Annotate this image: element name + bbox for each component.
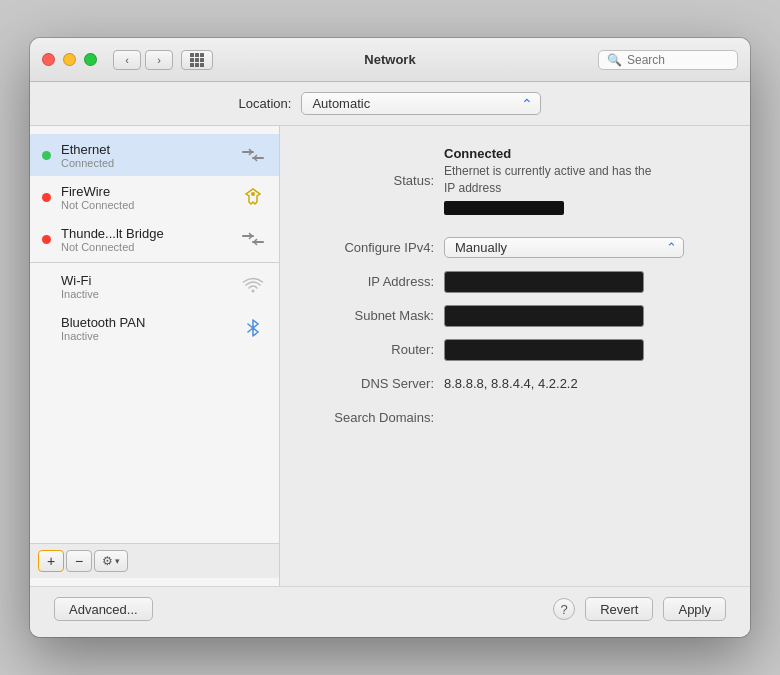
bluetooth-name: Bluetooth PAN: [61, 315, 229, 330]
sidebar-toolbar: + − ⚙ ▾: [30, 543, 279, 578]
chevron-icon: ▾: [115, 556, 120, 566]
firewire-icon: [239, 183, 267, 211]
sidebar-list: Ethernet Connected: [30, 134, 279, 543]
router-label: Router:: [304, 342, 444, 357]
thunderbolt-info: Thunde...lt Bridge Not Connected: [61, 226, 229, 253]
wifi-status: Inactive: [61, 288, 229, 300]
bluetooth-icon: [239, 314, 267, 342]
forward-button[interactable]: ›: [145, 50, 173, 70]
ip-address-row: IP Address:: [304, 271, 726, 293]
sidebar-item-bluetooth[interactable]: Bluetooth PAN Inactive: [30, 307, 279, 349]
bluetooth-status: Inactive: [61, 330, 229, 342]
status-dot-wifi: [42, 282, 51, 291]
traffic-lights: [42, 53, 97, 66]
sidebar-item-firewire[interactable]: FireWire Not Connected: [30, 176, 279, 218]
nav-buttons: ‹ ›: [113, 50, 173, 70]
dns-server-label: DNS Server:: [304, 376, 444, 391]
titlebar: ‹ › Network 🔍: [30, 38, 750, 82]
status-label: Status:: [304, 173, 444, 188]
status-dot-ethernet: [42, 151, 51, 160]
sidebar: Ethernet Connected: [30, 126, 280, 586]
grid-button[interactable]: [181, 50, 213, 70]
router-row: Router:: [304, 339, 726, 361]
search-domains-row: Search Domains:: [304, 407, 726, 429]
minimize-button[interactable]: [63, 53, 76, 66]
status-description: Ethernet is currently active and has the…: [444, 163, 664, 197]
subnet-mask-label: Subnet Mask:: [304, 308, 444, 323]
svg-rect-4: [252, 241, 264, 243]
status-block: Connected Ethernet is currently active a…: [444, 146, 664, 215]
ethernet-info: Ethernet Connected: [61, 142, 229, 169]
status-row: Status: Connected Ethernet is currently …: [304, 146, 726, 215]
status-dot-bluetooth: [42, 324, 51, 333]
dns-server-row: DNS Server: 8.8.8.8, 8.8.4.4, 4.2.2.2: [304, 373, 726, 395]
close-button[interactable]: [42, 53, 55, 66]
location-select-wrap: Automatic Home Work ⌃: [301, 92, 541, 115]
gear-menu-button[interactable]: ⚙ ▾: [94, 550, 128, 572]
configure-dropdown-wrap: Manually Using DHCP Using DHCP with manu…: [444, 237, 684, 258]
configure-row: Configure IPv4: Manually Using DHCP Usin…: [304, 237, 726, 259]
bottom-bar: Advanced... ? Revert Apply: [30, 586, 750, 637]
wifi-info: Wi-Fi Inactive: [61, 273, 229, 300]
sidebar-item-wifi[interactable]: Wi-Fi Inactive: [30, 265, 279, 307]
thunderbolt-status: Not Connected: [61, 241, 229, 253]
svg-rect-1: [252, 157, 264, 159]
remove-interface-button[interactable]: −: [66, 550, 92, 572]
arrows-icon: [239, 141, 267, 169]
apply-button[interactable]: Apply: [663, 597, 726, 621]
grid-icon: [190, 53, 204, 67]
thunderbolt-arrows-icon: [239, 225, 267, 253]
gear-icon: ⚙: [102, 554, 113, 568]
svg-point-2: [251, 192, 255, 196]
sidebar-item-thunderbolt[interactable]: Thunde...lt Bridge Not Connected: [30, 218, 279, 260]
back-button[interactable]: ‹: [113, 50, 141, 70]
location-select[interactable]: Automatic Home Work: [301, 92, 541, 115]
wifi-icon: [239, 272, 267, 300]
sidebar-item-ethernet[interactable]: Ethernet Connected: [30, 134, 279, 176]
router-field[interactable]: [444, 339, 644, 361]
ip-redacted: [444, 201, 564, 215]
add-interface-button[interactable]: +: [38, 550, 64, 572]
plus-icon: +: [47, 553, 55, 569]
configure-label: Configure IPv4:: [304, 240, 444, 255]
search-box[interactable]: 🔍: [598, 50, 738, 70]
search-input[interactable]: [627, 53, 729, 67]
revert-button[interactable]: Revert: [585, 597, 653, 621]
advanced-wrap: Advanced...: [54, 597, 153, 621]
right-panel: Status: Connected Ethernet is currently …: [280, 126, 750, 586]
status-value: Connected: [444, 146, 664, 161]
minus-icon: −: [75, 553, 83, 569]
firewire-status: Not Connected: [61, 199, 229, 211]
maximize-button[interactable]: [84, 53, 97, 66]
wifi-name: Wi-Fi: [61, 273, 229, 288]
search-domains-label: Search Domains:: [304, 410, 444, 425]
location-label: Location:: [239, 96, 292, 111]
firewire-info: FireWire Not Connected: [61, 184, 229, 211]
advanced-button[interactable]: Advanced...: [54, 597, 153, 621]
status-dot-thunderbolt: [42, 235, 51, 244]
location-bar: Location: Automatic Home Work ⌃: [30, 82, 750, 126]
thunderbolt-name: Thunde...lt Bridge: [61, 226, 229, 241]
ip-address-label: IP Address:: [304, 274, 444, 289]
bluetooth-info: Bluetooth PAN Inactive: [61, 315, 229, 342]
svg-rect-0: [242, 151, 254, 153]
ip-address-field[interactable]: [444, 271, 644, 293]
main-content: Ethernet Connected: [30, 126, 750, 586]
dns-server-value: 8.8.8.8, 8.8.4.4, 4.2.2.2: [444, 376, 578, 391]
firewire-name: FireWire: [61, 184, 229, 199]
spacer: [304, 227, 726, 237]
configure-ipv4-select[interactable]: Manually Using DHCP Using DHCP with manu…: [444, 237, 684, 258]
search-icon: 🔍: [607, 53, 622, 67]
subnet-mask-row: Subnet Mask:: [304, 305, 726, 327]
ethernet-name: Ethernet: [61, 142, 229, 157]
svg-rect-3: [242, 235, 254, 237]
ethernet-status: Connected: [61, 157, 229, 169]
subnet-mask-field[interactable]: [444, 305, 644, 327]
network-preferences-window: ‹ › Network 🔍 Location: Automatic Home: [30, 38, 750, 637]
status-dot-firewire: [42, 193, 51, 202]
help-button[interactable]: ?: [553, 598, 575, 620]
window-title: Network: [364, 52, 415, 67]
divider: [30, 262, 279, 263]
